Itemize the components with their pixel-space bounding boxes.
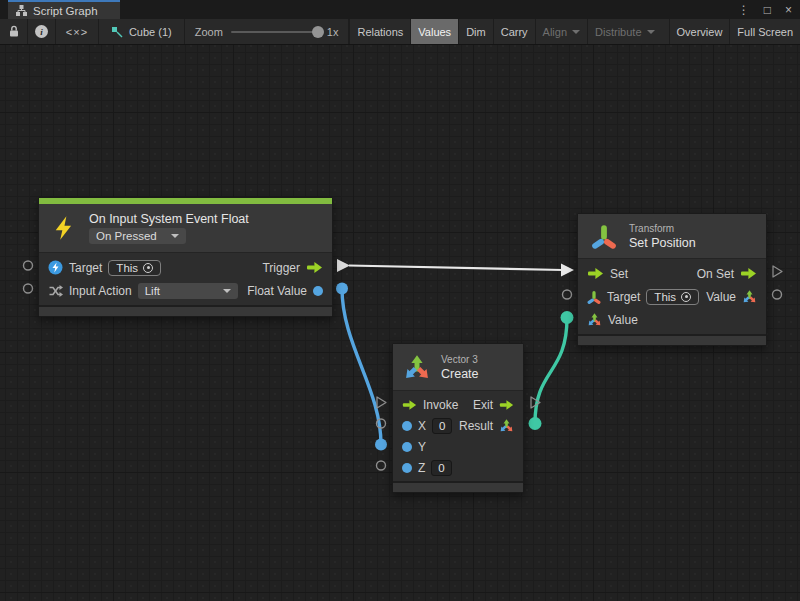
toolbar-right-buttons: Relations Values Dim Carry Align Distrib…	[349, 19, 800, 44]
fullscreen-button[interactable]: Full Screen	[729, 19, 800, 44]
tab-script-graph[interactable]: Script Graph	[8, 0, 120, 19]
float-port-icon[interactable]	[402, 463, 412, 473]
graph-selector[interactable]: Cube (1)	[99, 19, 185, 44]
node-transform-set-position[interactable]: Transform Set Position Set On Set	[577, 213, 767, 346]
port-transform-target-input[interactable]	[563, 290, 572, 299]
vector3-port-icon[interactable]	[499, 418, 514, 433]
overview-button[interactable]: Overview	[669, 19, 730, 44]
port-row-target-value: Target This Value	[578, 285, 766, 308]
vector3-icon	[403, 353, 431, 381]
event-state-dropdown[interactable]: On Pressed	[89, 228, 186, 244]
transform-node-header[interactable]: Transform Set Position	[578, 214, 766, 258]
node-category: Transform	[629, 223, 696, 234]
port-row-y: Y	[393, 436, 523, 457]
info-button[interactable]	[28, 19, 56, 44]
port-event-target-input[interactable]	[24, 261, 33, 270]
wire-result-to-value[interactable]	[535, 318, 567, 424]
z-value-field[interactable]: 0	[431, 460, 451, 476]
lightning-bolt-icon	[52, 215, 76, 241]
port-row-value-input: Value	[578, 308, 766, 331]
port-row-target: Target This Trigger	[39, 256, 332, 279]
port-invoke-input[interactable]	[377, 397, 386, 408]
port-y-input[interactable]	[375, 439, 387, 451]
values-button[interactable]: Values	[410, 19, 458, 44]
node-title: Set Position	[629, 236, 696, 250]
code-view-button[interactable]: <×>	[56, 19, 99, 44]
vector3-node-header[interactable]: Vector 3 Create	[393, 344, 523, 390]
flow-arrow-icon	[306, 261, 323, 274]
maximize-icon[interactable]: □	[764, 4, 771, 16]
lock-icon	[8, 25, 20, 38]
tab-bar: Script Graph ⋮ □ ×	[0, 0, 800, 19]
zoom-value: 1x	[327, 26, 339, 38]
vector3-node-footer	[393, 481, 523, 492]
port-value-output[interactable]	[773, 290, 782, 299]
input-action-dropdown[interactable]: Lift	[138, 283, 238, 299]
event-node-footer	[39, 305, 332, 316]
chevron-down-icon	[171, 234, 179, 238]
event-target-this-button[interactable]: This	[108, 260, 161, 276]
graph-hierarchy-icon	[16, 5, 27, 16]
port-row-invoke-exit: Invoke Exit	[393, 394, 523, 415]
chevron-down-icon	[223, 289, 231, 293]
port-row-z: Z 0	[393, 457, 523, 478]
port-event-inputaction-input[interactable]	[24, 284, 33, 293]
close-icon[interactable]: ×	[785, 4, 792, 16]
wire-floatvalue-to-y[interactable]	[342, 289, 381, 445]
graph-asset-icon	[111, 26, 123, 38]
transform-icon	[591, 223, 617, 249]
info-icon	[35, 25, 48, 38]
float-port-icon[interactable]	[402, 442, 412, 452]
unity-visual-scripting-window: Script Graph ⋮ □ × <×>	[0, 0, 800, 601]
input-action-icon	[48, 284, 63, 298]
port-row-x-result: X 0 Result	[393, 415, 523, 436]
menu-icon[interactable]: ⋮	[738, 4, 750, 16]
transform-target-this-button[interactable]: This	[646, 289, 699, 305]
zoom-slider[interactable]	[231, 31, 319, 33]
node-vector3-create[interactable]: Vector 3 Create Invoke Exit	[392, 343, 524, 493]
dim-button[interactable]: Dim	[458, 19, 493, 44]
wire-trigger-to-set[interactable]	[349, 266, 563, 271]
wire-flow-arrowhead-icon	[561, 264, 574, 277]
port-trigger-output[interactable]	[337, 259, 350, 272]
zoom-control: Zoom 1x	[185, 19, 350, 44]
transform-port-icon[interactable]	[587, 290, 601, 304]
distribute-dropdown[interactable]: Distribute	[587, 19, 661, 44]
port-float-value-output[interactable]	[336, 283, 348, 295]
node-title: Create	[441, 367, 479, 381]
chevron-down-icon	[572, 30, 580, 34]
target-picker-icon	[143, 263, 153, 273]
input-system-icon	[48, 260, 63, 275]
port-x-input[interactable]	[377, 419, 386, 428]
port-onset-output[interactable]	[773, 266, 782, 277]
flow-arrow-icon	[402, 399, 417, 411]
port-row-set-onset: Set On Set	[578, 262, 766, 285]
vector3-port-icon[interactable]	[587, 312, 602, 327]
chevron-down-icon	[647, 30, 655, 34]
node-on-input-system-event-float[interactable]: On Input System Event Float On Pressed	[38, 197, 333, 317]
graph-name-label: Cube (1)	[129, 26, 172, 38]
node-title: On Input System Event Float	[89, 212, 249, 226]
port-result-output[interactable]	[529, 417, 542, 430]
port-z-input[interactable]	[377, 461, 386, 470]
carry-button[interactable]: Carry	[493, 19, 535, 44]
zoom-slider-handle[interactable]	[312, 26, 324, 38]
target-picker-icon	[681, 292, 691, 302]
zoom-label: Zoom	[195, 26, 223, 38]
graph-canvas[interactable]: On Input System Event Float On Pressed	[0, 45, 800, 601]
port-value-input[interactable]	[561, 311, 574, 324]
relations-button[interactable]: Relations	[349, 19, 410, 44]
x-value-field[interactable]: 0	[432, 418, 452, 434]
flow-arrow-icon	[740, 267, 757, 280]
flow-arrow-icon	[587, 267, 604, 280]
tab-title: Script Graph	[33, 5, 98, 17]
window-controls: ⋮ □ ×	[738, 0, 800, 19]
graph-toolbar: <×> Cube (1) Zoom 1x Relations Values Di…	[0, 19, 800, 45]
float-port-icon[interactable]	[313, 286, 323, 296]
float-port-icon[interactable]	[402, 421, 412, 431]
vector3-port-icon[interactable]	[742, 289, 757, 304]
lock-button[interactable]	[0, 19, 28, 44]
align-dropdown[interactable]: Align	[535, 19, 587, 44]
port-exit-output[interactable]	[531, 397, 540, 408]
event-node-header[interactable]: On Input System Event Float On Pressed	[39, 204, 332, 252]
